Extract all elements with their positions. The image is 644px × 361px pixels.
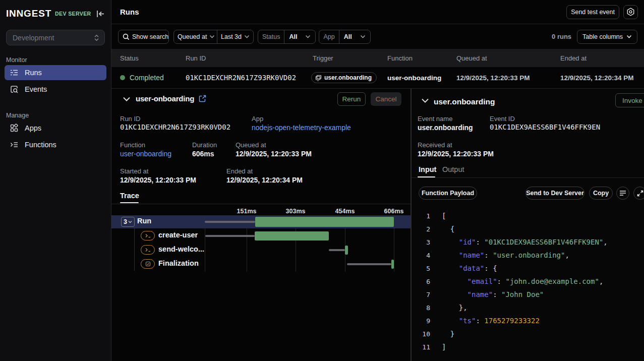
column-header: Status	[120, 49, 139, 67]
trace-row-finalization[interactable]: Finalization	[111, 258, 411, 271]
line-number: 5	[412, 265, 430, 272]
column-header: Queued at	[456, 49, 487, 67]
trace-tick-label: 151ms	[237, 208, 257, 215]
run-status: Completed	[130, 74, 164, 82]
runs-table-header: StatusRun IDTriggerFunctionQueued atEnde…	[111, 49, 644, 67]
workspace-select[interactable]: Development	[6, 30, 105, 45]
expand-button[interactable]	[633, 187, 644, 200]
status-filter-group: Status All	[258, 30, 316, 44]
trace-row-create-user[interactable]: create-user	[111, 229, 411, 243]
trigger-pill[interactable]: user.onboarding	[311, 72, 377, 83]
run-ended-cell: 12/9/2025, 12:20:34 PM	[560, 67, 634, 88]
workspace-select-value: Development	[13, 34, 54, 42]
apps-icon	[10, 124, 19, 133]
run-id-cell: 01KC1DEXCHR2N617Z93RK0VD02	[186, 67, 296, 88]
code-line: 7 "name": "John Doe"	[412, 288, 644, 301]
sidebar-item-label: Functions	[25, 141, 56, 149]
code-line: 9 "ts": 1765279233322	[412, 314, 644, 327]
sidebar-item-label: Apps	[25, 124, 41, 132]
waterfall-active-segment	[345, 246, 348, 255]
filterbar: Show search Queued at Last 3d Status Al	[111, 24, 644, 49]
time-range-dropdown[interactable]: Last 3d	[217, 30, 253, 43]
page-title: Runs	[120, 8, 139, 16]
invoke-button[interactable]: Invoke	[615, 93, 644, 107]
trace-row-name: create-user	[158, 231, 198, 239]
line-number: 7	[412, 291, 430, 298]
runs-icon	[10, 68, 19, 77]
function-payload-button[interactable]: Function Payload	[419, 187, 477, 200]
time-filter-group: Queued at Last 3d	[173, 30, 254, 44]
table-columns-button[interactable]: Table columns	[577, 30, 637, 44]
waterfall-active-segment	[255, 217, 394, 227]
app-filter-group: App All	[319, 30, 370, 44]
line-number: 4	[412, 252, 430, 259]
chevron-down-icon	[244, 35, 250, 38]
wrap-lines-button[interactable]	[616, 187, 629, 200]
code-line: 4 "name": "user.onboarding",	[412, 249, 644, 262]
code-line: 5 "data": {	[412, 262, 644, 275]
code-text: }	[442, 330, 454, 338]
column-header: Ended at	[560, 49, 587, 67]
run-queued-cell: 12/9/2025, 12:20:33 PM	[456, 67, 530, 88]
tab-input[interactable]: Input	[419, 165, 436, 173]
line-number: 2	[412, 225, 430, 233]
settings-button[interactable]	[623, 5, 638, 19]
code-line: 10 }	[412, 327, 644, 340]
search-icon	[123, 33, 130, 40]
gear-icon	[626, 8, 635, 16]
code-line: 3 "id": "01KC1DEX9AESS6BF1V46FFK9EN",	[412, 235, 644, 249]
time-field-dropdown[interactable]: Queued at	[174, 30, 217, 43]
run-trigger-cell: user.onboarding	[311, 67, 377, 88]
code-text: },	[442, 304, 467, 312]
show-search-button[interactable]: Show search	[118, 30, 169, 44]
send-test-event-label: Send test event	[571, 9, 615, 16]
code-editor[interactable]: 1[2 {3 "id": "01KC1DEX9AESS6BF1V46FFK9EN…	[412, 206, 644, 361]
collapse-event-detail-icon[interactable]	[421, 98, 429, 103]
line-number: 9	[412, 317, 430, 325]
sidebar-item-functions[interactable]: Functions	[5, 137, 106, 152]
status-filter-dropdown[interactable]: All	[284, 30, 315, 43]
run-table-row[interactable]: Completed 01KC1DEXCHR2N617Z93RK0VD02 use…	[111, 67, 644, 89]
sidebar-item-apps[interactable]: Apps	[5, 121, 106, 136]
received-at-value: 12/9/2025, 12:20:33 PM	[418, 150, 494, 158]
status-filter-label-cell: Status	[258, 30, 284, 43]
expand-count-chip[interactable]: 3	[121, 217, 135, 227]
received-at-label: Received at	[418, 141, 452, 149]
code-text: "id": "01KC1DEX9AESS6BF1V46FFK9EN",	[442, 238, 608, 246]
lines-icon	[619, 190, 626, 196]
column-header: Run ID	[186, 49, 206, 67]
send-to-dev-server-button[interactable]: Send to Dev Server	[525, 187, 584, 200]
sidebar-item-runs[interactable]: Runs	[5, 65, 106, 80]
chevron-down-icon	[360, 35, 366, 38]
chevron-down-icon	[209, 35, 215, 38]
trace-row-run[interactable]: 3Run	[111, 215, 411, 228]
code-line: 1[	[412, 209, 644, 222]
trace-tick-label: 454ms	[335, 208, 355, 215]
events-icon	[10, 85, 19, 94]
waterfall-active-segment	[391, 260, 394, 269]
line-number: 3	[412, 238, 430, 246]
copy-button[interactable]: Copy	[589, 187, 613, 200]
trace-row-send-welco---[interactable]: send-welco...	[111, 244, 411, 257]
trigger-name: user.onboarding	[324, 74, 372, 81]
code-text: {	[442, 225, 454, 233]
line-number: 6	[412, 278, 430, 285]
code-line: 11]	[412, 340, 644, 353]
send-test-event-button[interactable]: Send test event	[566, 5, 619, 19]
app-filter-label: App	[323, 33, 334, 40]
line-number: 8	[412, 304, 430, 312]
tabs-divider	[412, 177, 644, 178]
tab-output[interactable]: Output	[442, 165, 464, 173]
copy-label: Copy	[593, 190, 609, 197]
event-detail-panel: user.onboarding Invoke Event name user.o…	[412, 89, 644, 361]
code-text: "data": {	[442, 264, 497, 272]
waterfall-queued-segment	[205, 235, 255, 237]
app-filter-dropdown[interactable]: All	[339, 30, 370, 43]
status-filter-label: Status	[262, 33, 280, 40]
sidebar-collapse-icon[interactable]	[96, 10, 105, 18]
topbar: Runs Send test event	[111, 0, 644, 24]
main-area: Runs Send test event Show search	[111, 0, 644, 361]
status-filter-value: All	[289, 33, 297, 40]
sidebar-item-events[interactable]: Events	[5, 82, 106, 97]
code-text: [	[442, 212, 446, 220]
